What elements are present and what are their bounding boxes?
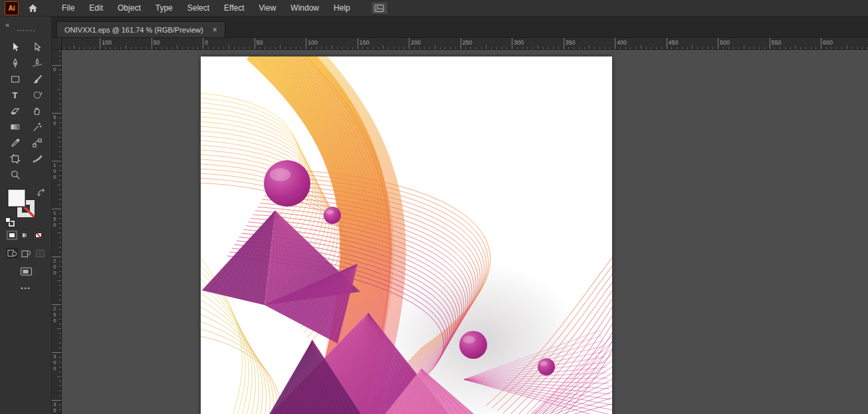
menu-effect[interactable]: Effect — [217, 0, 251, 17]
ruler-major-tick — [203, 38, 203, 49]
panel-drag-grip[interactable] — [17, 30, 35, 31]
direct-selection-tool[interactable] — [26, 39, 48, 55]
ruler-tick — [74, 45, 74, 49]
ruler-tick — [59, 98, 61, 99]
ruler-label: 550 — [772, 39, 782, 46]
menu-window[interactable]: Window — [283, 0, 326, 17]
change-screen-mode-button[interactable] — [0, 266, 52, 276]
hand-tool[interactable] — [26, 103, 48, 119]
ruler-tick — [59, 405, 61, 405]
ruler-label: 50 — [53, 114, 56, 126]
arrange-documents-button[interactable] — [371, 1, 388, 15]
ruler-tick — [744, 45, 744, 49]
paintbrush-tool[interactable] — [26, 71, 48, 87]
fill-color-well[interactable] — [8, 189, 25, 207]
ruler-tick — [59, 165, 61, 166]
ruler-tick — [59, 271, 61, 272]
ruler-tick — [59, 333, 61, 334]
ruler-tick — [59, 194, 61, 195]
ruler-tick — [656, 47, 657, 49]
home-icon — [28, 3, 38, 13]
artboard[interactable] — [201, 56, 612, 414]
default-fill-stroke-icon[interactable] — [5, 217, 15, 227]
home-button[interactable] — [23, 0, 43, 17]
ruler-tick — [59, 204, 61, 205]
menu-type[interactable]: Type — [148, 0, 180, 17]
selection-tool[interactable] — [4, 39, 26, 55]
ruler-tick — [321, 47, 322, 49]
artboard-tool[interactable] — [4, 151, 26, 167]
ruler-major-tick — [52, 161, 61, 161]
ruler-tick — [661, 47, 662, 49]
zoom-tool[interactable] — [4, 167, 26, 183]
rectangle-tool[interactable] — [4, 71, 26, 87]
ruler-tick — [605, 47, 605, 49]
ruler-tick — [599, 47, 600, 49]
menu-object[interactable]: Object — [110, 0, 148, 17]
ruler-tick — [167, 47, 167, 49]
ruler-tick — [59, 309, 61, 310]
curvature-icon — [32, 58, 43, 68]
slice-tool[interactable] — [26, 151, 48, 167]
ruler-vertical[interactable]: 050100150200250300350 — [52, 50, 62, 414]
ruler-tick — [141, 47, 142, 49]
swap-fill-stroke-icon[interactable] — [37, 189, 45, 197]
ruler-major-tick — [52, 400, 61, 401]
fill-gradient-button[interactable] — [20, 231, 31, 240]
draw-inside-button[interactable] — [34, 248, 46, 259]
menu-file[interactable]: File — [54, 0, 82, 17]
app-logo[interactable]: Ai — [5, 1, 19, 15]
ruler-origin-corner[interactable] — [52, 38, 62, 50]
menu-edit[interactable]: Edit — [82, 0, 110, 17]
pasteboard[interactable] — [62, 50, 868, 414]
ruler-tick — [59, 122, 61, 123]
ruler-tick — [223, 47, 224, 49]
ruler-tick — [703, 47, 703, 49]
ruler-tick — [244, 47, 245, 49]
fill-color-button[interactable] — [7, 231, 17, 240]
curvature-tool[interactable] — [26, 55, 48, 71]
type-tool[interactable]: T — [4, 87, 26, 103]
ruler-tick — [126, 45, 126, 49]
ruler-label: 200 — [53, 258, 56, 276]
menu-view[interactable]: View — [252, 0, 284, 17]
ruler-tick — [373, 47, 374, 49]
magic-wand-tool[interactable] — [26, 119, 48, 135]
pen-tool[interactable] — [4, 55, 26, 71]
tab-close-icon[interactable]: × — [213, 26, 217, 34]
ruler-tick — [57, 328, 61, 329]
fill-none-button[interactable] — [33, 231, 44, 240]
document-tab[interactable]: ONIVXX1.eps @ 161.74 % (RGB/Preview) × — [56, 21, 225, 37]
ruler-tick — [553, 47, 554, 49]
draw-behind-button[interactable] — [20, 248, 32, 259]
ruler-tick — [635, 47, 636, 49]
ruler-label: 150 — [360, 39, 370, 46]
gradient-tool[interactable] — [4, 119, 26, 135]
rotate-tool[interactable] — [26, 87, 48, 103]
menu-help[interactable]: Help — [326, 0, 358, 17]
document-thumbnail-icon — [374, 4, 384, 13]
ruler-tick — [641, 45, 641, 49]
ruler-tick — [368, 47, 368, 49]
eyedropper-tool[interactable] — [4, 135, 26, 151]
ruler-tick — [532, 47, 533, 49]
collapse-panel-icon[interactable]: « — [5, 21, 9, 29]
ruler-tick — [687, 47, 688, 49]
ruler-tick — [59, 290, 61, 290]
ruler-tick — [84, 47, 85, 49]
rotate-icon — [32, 90, 43, 100]
blend-tool[interactable] — [26, 135, 48, 151]
ruler-tick — [162, 47, 162, 49]
eraser-tool[interactable] — [4, 103, 26, 119]
ruler-tick — [708, 47, 708, 49]
ruler-tick — [847, 45, 847, 49]
ruler-horizontal[interactable]: 1005005010015020025030035040045050055060… — [52, 38, 868, 50]
ruler-tick — [59, 314, 61, 314]
ruler-tick — [59, 357, 61, 358]
ruler-tick — [677, 47, 677, 49]
draw-normal-button[interactable] — [6, 248, 18, 259]
ruler-tick — [795, 45, 796, 49]
edit-toolbar-button[interactable]: ••• — [0, 285, 52, 292]
selection-icon — [10, 42, 21, 52]
menu-select[interactable]: Select — [180, 0, 217, 17]
